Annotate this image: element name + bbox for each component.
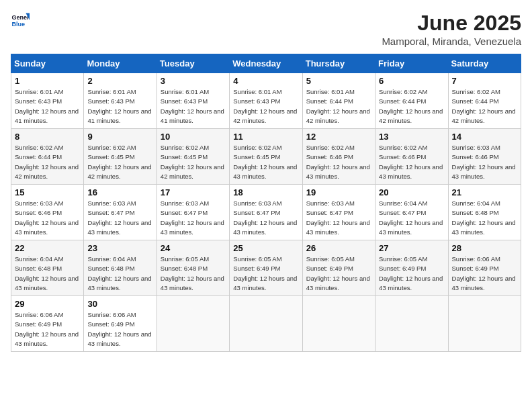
day-number: 6 bbox=[379, 76, 444, 86]
calendar-header-row: SundayMondayTuesdayWednesdayThursdayFrid… bbox=[11, 54, 521, 73]
day-number: 28 bbox=[452, 243, 517, 253]
calendar-day-cell: 24 Sunrise: 6:05 AM Sunset: 6:48 PM Dayl… bbox=[157, 240, 229, 296]
day-number: 7 bbox=[452, 76, 517, 86]
sunset-label: Sunset: 6:49 PM bbox=[15, 320, 62, 328]
calendar-week-row: 1 Sunrise: 6:01 AM Sunset: 6:43 PM Dayli… bbox=[11, 73, 521, 129]
daylight-label: Daylight: 12 hours and 43 minutes. bbox=[87, 330, 151, 347]
calendar-week-row: 29 Sunrise: 6:06 AM Sunset: 6:49 PM Dayl… bbox=[11, 296, 521, 352]
sunset-label: Sunset: 6:49 PM bbox=[452, 265, 499, 272]
daylight-label: Daylight: 12 hours and 43 minutes. bbox=[161, 219, 224, 236]
day-info: Sunrise: 6:03 AM Sunset: 6:46 PM Dayligh… bbox=[15, 199, 80, 237]
day-number: 24 bbox=[161, 243, 226, 253]
sunrise-label: Sunrise: 6:01 AM bbox=[87, 88, 136, 95]
day-info: Sunrise: 6:04 AM Sunset: 6:47 PM Dayligh… bbox=[379, 199, 444, 237]
daylight-label: Daylight: 12 hours and 43 minutes. bbox=[379, 219, 443, 236]
day-info: Sunrise: 6:02 AM Sunset: 6:45 PM Dayligh… bbox=[233, 143, 298, 181]
calendar-day-cell: 8 Sunrise: 6:02 AM Sunset: 6:44 PM Dayli… bbox=[11, 129, 84, 185]
day-number: 29 bbox=[15, 299, 80, 309]
sunset-label: Sunset: 6:46 PM bbox=[306, 153, 353, 161]
day-number: 2 bbox=[87, 76, 152, 86]
calendar-day-cell: 14 Sunrise: 6:03 AM Sunset: 6:46 PM Dayl… bbox=[448, 129, 521, 185]
sunrise-label: Sunrise: 6:03 AM bbox=[15, 199, 63, 207]
calendar-week-row: 22 Sunrise: 6:04 AM Sunset: 6:48 PM Dayl… bbox=[11, 240, 521, 296]
calendar-header-cell: Wednesday bbox=[230, 54, 302, 73]
sunrise-label: Sunrise: 6:03 AM bbox=[161, 199, 209, 207]
day-info: Sunrise: 6:03 AM Sunset: 6:46 PM Dayligh… bbox=[452, 143, 517, 181]
calendar-day-cell: 15 Sunrise: 6:03 AM Sunset: 6:46 PM Dayl… bbox=[11, 185, 84, 240]
sunset-label: Sunset: 6:45 PM bbox=[233, 153, 280, 161]
sunrise-label: Sunrise: 6:05 AM bbox=[379, 255, 427, 263]
sunset-label: Sunset: 6:49 PM bbox=[306, 265, 353, 272]
daylight-label: Daylight: 12 hours and 43 minutes. bbox=[306, 219, 370, 236]
sunset-label: Sunset: 6:44 PM bbox=[379, 97, 426, 105]
day-info: Sunrise: 6:04 AM Sunset: 6:48 PM Dayligh… bbox=[87, 255, 152, 293]
day-info: Sunrise: 6:02 AM Sunset: 6:44 PM Dayligh… bbox=[15, 143, 80, 181]
logo: General Blue bbox=[11, 11, 30, 30]
header: General Blue June 2025 Mamporal, Miranda… bbox=[11, 11, 521, 47]
sunset-label: Sunset: 6:46 PM bbox=[452, 153, 499, 161]
day-number: 11 bbox=[233, 132, 298, 142]
day-number: 19 bbox=[306, 187, 371, 197]
daylight-label: Daylight: 12 hours and 43 minutes. bbox=[233, 163, 297, 180]
calendar-week-row: 15 Sunrise: 6:03 AM Sunset: 6:46 PM Dayl… bbox=[11, 185, 521, 240]
daylight-label: Daylight: 12 hours and 43 minutes. bbox=[233, 275, 297, 291]
sunrise-label: Sunrise: 6:01 AM bbox=[15, 88, 63, 95]
calendar-week-row: 8 Sunrise: 6:02 AM Sunset: 6:44 PM Dayli… bbox=[11, 129, 521, 185]
day-number: 8 bbox=[15, 132, 80, 142]
calendar-day-cell: 29 Sunrise: 6:06 AM Sunset: 6:49 PM Dayl… bbox=[11, 296, 84, 352]
calendar-day-cell: 12 Sunrise: 6:02 AM Sunset: 6:46 PM Dayl… bbox=[302, 129, 375, 185]
calendar-day-cell: 5 Sunrise: 6:01 AM Sunset: 6:44 PM Dayli… bbox=[302, 73, 375, 129]
day-number: 26 bbox=[306, 243, 371, 253]
calendar-day-cell: 1 Sunrise: 6:01 AM Sunset: 6:43 PM Dayli… bbox=[11, 73, 84, 129]
day-info: Sunrise: 6:04 AM Sunset: 6:48 PM Dayligh… bbox=[452, 199, 517, 237]
sunrise-label: Sunrise: 6:02 AM bbox=[379, 88, 427, 95]
sunset-label: Sunset: 6:43 PM bbox=[87, 97, 134, 105]
location-title: Mamporal, Miranda, Venezuela bbox=[382, 36, 521, 47]
daylight-label: Daylight: 12 hours and 43 minutes. bbox=[306, 163, 370, 180]
calendar-header-cell: Friday bbox=[375, 54, 448, 73]
sunrise-label: Sunrise: 6:01 AM bbox=[233, 88, 281, 95]
day-info: Sunrise: 6:01 AM Sunset: 6:44 PM Dayligh… bbox=[306, 87, 371, 126]
daylight-label: Daylight: 12 hours and 42 minutes. bbox=[452, 107, 516, 124]
sunset-label: Sunset: 6:47 PM bbox=[306, 209, 353, 216]
sunset-label: Sunset: 6:48 PM bbox=[87, 265, 134, 272]
calendar-day-cell: 20 Sunrise: 6:04 AM Sunset: 6:47 PM Dayl… bbox=[375, 185, 448, 240]
sunrise-label: Sunrise: 6:03 AM bbox=[306, 199, 355, 207]
day-number: 1 bbox=[15, 76, 80, 86]
calendar-day-cell bbox=[157, 296, 229, 352]
day-number: 14 bbox=[452, 132, 517, 142]
calendar-day-cell: 21 Sunrise: 6:04 AM Sunset: 6:48 PM Dayl… bbox=[448, 185, 521, 240]
daylight-label: Daylight: 12 hours and 43 minutes. bbox=[15, 330, 79, 347]
day-number: 15 bbox=[15, 187, 80, 197]
daylight-label: Daylight: 12 hours and 41 minutes. bbox=[87, 107, 151, 124]
sunrise-label: Sunrise: 6:03 AM bbox=[233, 199, 281, 207]
sunrise-label: Sunrise: 6:02 AM bbox=[161, 144, 209, 151]
day-info: Sunrise: 6:01 AM Sunset: 6:43 PM Dayligh… bbox=[161, 87, 226, 126]
sunrise-label: Sunrise: 6:02 AM bbox=[452, 88, 500, 95]
sunrise-label: Sunrise: 6:04 AM bbox=[452, 199, 500, 207]
daylight-label: Daylight: 12 hours and 42 minutes. bbox=[379, 107, 443, 124]
sunrise-label: Sunrise: 6:06 AM bbox=[87, 311, 136, 318]
day-info: Sunrise: 6:02 AM Sunset: 6:45 PM Dayligh… bbox=[161, 143, 226, 181]
sunset-label: Sunset: 6:48 PM bbox=[161, 265, 208, 272]
daylight-label: Daylight: 12 hours and 43 minutes. bbox=[452, 163, 516, 180]
calendar-day-cell: 25 Sunrise: 6:05 AM Sunset: 6:49 PM Dayl… bbox=[230, 240, 302, 296]
calendar-day-cell: 13 Sunrise: 6:02 AM Sunset: 6:46 PM Dayl… bbox=[375, 129, 448, 185]
calendar-header-cell: Monday bbox=[84, 54, 157, 73]
calendar-day-cell bbox=[375, 296, 448, 352]
day-number: 25 bbox=[233, 243, 298, 253]
calendar-day-cell bbox=[448, 296, 521, 352]
calendar-day-cell: 28 Sunrise: 6:06 AM Sunset: 6:49 PM Dayl… bbox=[448, 240, 521, 296]
day-number: 10 bbox=[161, 132, 226, 142]
sunset-label: Sunset: 6:45 PM bbox=[161, 153, 208, 161]
day-info: Sunrise: 6:02 AM Sunset: 6:44 PM Dayligh… bbox=[379, 87, 444, 126]
sunrise-label: Sunrise: 6:04 AM bbox=[87, 255, 136, 263]
day-number: 9 bbox=[87, 132, 152, 142]
sunrise-label: Sunrise: 6:04 AM bbox=[15, 255, 63, 263]
day-number: 20 bbox=[379, 187, 444, 197]
sunrise-label: Sunrise: 6:01 AM bbox=[161, 88, 209, 95]
day-info: Sunrise: 6:05 AM Sunset: 6:49 PM Dayligh… bbox=[233, 255, 298, 293]
calendar-day-cell: 4 Sunrise: 6:01 AM Sunset: 6:43 PM Dayli… bbox=[230, 73, 302, 129]
day-number: 12 bbox=[306, 132, 371, 142]
sunset-label: Sunset: 6:49 PM bbox=[233, 265, 280, 272]
